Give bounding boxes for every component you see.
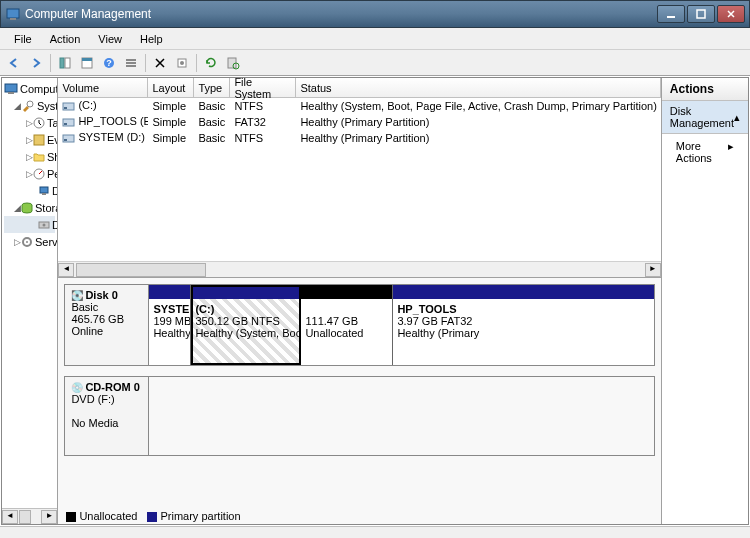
scroll-thumb[interactable] <box>76 263 206 277</box>
scroll-thumb[interactable] <box>19 510 31 524</box>
cdrom-icon: 💿 <box>71 382 83 393</box>
disk-icon <box>38 218 50 232</box>
legend-unallocated: Unallocated <box>66 510 137 522</box>
cdrom-0-info: 💿CD-ROM 0 DVD (F:) No Media <box>65 377 149 455</box>
storage-icon <box>21 201 33 215</box>
settings-icon[interactable] <box>172 53 192 73</box>
svg-rect-0 <box>7 9 19 18</box>
menu-action[interactable]: Action <box>42 31 89 47</box>
expand-icon[interactable]: ▷ <box>14 237 21 247</box>
svg-rect-17 <box>5 84 17 92</box>
disk-0-info: 💽Disk 0 Basic 465.76 GB Online <box>65 285 149 365</box>
volume-row[interactable]: (C:)SimpleBasicNTFSHealthy (System, Boot… <box>58 98 660 114</box>
navigation-tree[interactable]: Computer Management ◢ System Tools ▷ Tas… <box>2 78 57 508</box>
collapse-icon[interactable]: ◢ <box>14 101 21 111</box>
svg-rect-21 <box>34 135 44 145</box>
volume-list-header: Volume Layout Type File System Status <box>58 78 660 98</box>
refresh-icon[interactable] <box>201 53 221 73</box>
disk-0-partitions: SYSTEM199 MBHealthy (C:)350.12 GB NTFSHe… <box>149 285 653 365</box>
collapse-icon[interactable]: ◢ <box>14 203 21 213</box>
svg-rect-33 <box>64 123 67 125</box>
legend: Unallocated Primary partition <box>66 510 240 522</box>
svg-rect-18 <box>8 92 14 94</box>
svg-text:?: ? <box>106 58 112 68</box>
tools-icon <box>21 99 35 113</box>
column-status[interactable]: Status <box>296 78 660 97</box>
expand-icon[interactable]: ▷ <box>26 118 33 128</box>
maximize-button[interactable] <box>687 5 715 23</box>
tree-disk-management[interactable]: Disk Management <box>4 216 55 233</box>
view-list-button[interactable] <box>121 53 141 73</box>
tree-shared-folders[interactable]: ▷ Shared Folders <box>4 148 55 165</box>
tree-pane: Computer Management ◢ System Tools ▷ Tas… <box>2 78 58 524</box>
svg-rect-35 <box>64 139 67 141</box>
scroll-left-icon[interactable]: ◄ <box>58 263 74 277</box>
tree-storage[interactable]: ◢ Storage <box>4 199 55 216</box>
delete-icon[interactable] <box>150 53 170 73</box>
volume-icon <box>62 133 76 145</box>
svg-rect-2 <box>667 16 675 18</box>
tree-event-viewer[interactable]: ▷ Event Viewer <box>4 131 55 148</box>
tree-task-scheduler[interactable]: ▷ Task Scheduler <box>4 114 55 131</box>
disk-map: 💽Disk 0 Basic 465.76 GB Online SYSTEM199… <box>58 278 660 524</box>
submenu-icon: ▸ <box>728 140 734 164</box>
svg-rect-31 <box>64 107 67 109</box>
volume-horizontal-scrollbar[interactable]: ◄ ► <box>58 261 660 277</box>
expand-icon[interactable]: ▷ <box>26 152 33 162</box>
actions-section-disk-management[interactable]: Disk Management ▴ <box>662 101 748 134</box>
partition-system[interactable]: SYSTEM199 MBHealthy <box>149 285 191 365</box>
clock-icon <box>33 116 45 130</box>
column-layout[interactable]: Layout <box>148 78 194 97</box>
disk-0-row[interactable]: 💽Disk 0 Basic 465.76 GB Online SYSTEM199… <box>64 284 654 366</box>
center-pane: Volume Layout Type File System Status (C… <box>58 78 661 524</box>
menu-view[interactable]: View <box>90 31 130 47</box>
cdrom-0-row[interactable]: 💿CD-ROM 0 DVD (F:) No Media <box>64 376 654 456</box>
partition-hptools[interactable]: HP_TOOLS3.97 GB FAT32Healthy (Primary <box>393 285 653 365</box>
show-hide-tree-button[interactable] <box>55 53 75 73</box>
volume-row[interactable]: SYSTEM (D:)SimpleBasicNTFSHealthy (Prima… <box>58 130 660 146</box>
tree-services[interactable]: ▷ Services and Applications <box>4 233 55 250</box>
svg-rect-3 <box>697 10 705 18</box>
volume-rows[interactable]: (C:)SimpleBasicNTFSHealthy (System, Boot… <box>58 98 660 261</box>
partition-unallocated[interactable]: 111.47 GBUnallocated <box>301 285 393 365</box>
tree-horizontal-scrollbar[interactable]: ◄ ► <box>2 508 57 524</box>
volume-list: Volume Layout Type File System Status (C… <box>58 78 660 278</box>
collapse-section-icon[interactable]: ▴ <box>734 111 740 124</box>
disk-icon: 💽 <box>71 290 83 301</box>
event-icon <box>33 133 45 147</box>
column-filesystem[interactable]: File System <box>230 78 296 97</box>
tree-device-manager[interactable]: Device Manager <box>4 182 55 199</box>
tree-performance[interactable]: ▷ Performance <box>4 165 55 182</box>
help-button[interactable]: ? <box>99 53 119 73</box>
folder-icon <box>33 150 45 164</box>
column-volume[interactable]: Volume <box>58 78 148 97</box>
forward-button[interactable] <box>26 53 46 73</box>
volume-icon <box>62 117 76 129</box>
computer-icon <box>4 82 18 96</box>
close-button[interactable] <box>717 5 745 23</box>
app-icon <box>5 6 21 22</box>
volume-row[interactable]: HP_TOOLS (E:)SimpleBasicFAT32Healthy (Pr… <box>58 114 660 130</box>
menu-help[interactable]: Help <box>132 31 171 47</box>
partition-c[interactable]: (C:)350.12 GB NTFSHealthy (System, Boot <box>191 285 301 365</box>
menu-file[interactable]: File <box>6 31 40 47</box>
expand-icon[interactable]: ▷ <box>26 169 33 179</box>
tree-system-tools[interactable]: ◢ System Tools <box>4 97 55 114</box>
column-type[interactable]: Type <box>194 78 230 97</box>
scroll-left-icon[interactable]: ◄ <box>2 510 18 524</box>
scroll-right-icon[interactable]: ► <box>41 510 57 524</box>
minimize-button[interactable] <box>657 5 685 23</box>
titlebar[interactable]: Computer Management <box>0 0 750 28</box>
scroll-right-icon[interactable]: ► <box>645 263 661 277</box>
scan-icon[interactable] <box>223 53 243 73</box>
svg-rect-12 <box>126 65 136 67</box>
expand-icon[interactable]: ▷ <box>26 135 33 145</box>
tree-root[interactable]: Computer Management <box>4 80 55 97</box>
svg-rect-1 <box>10 18 16 20</box>
svg-rect-10 <box>126 59 136 61</box>
statusbar <box>0 526 750 538</box>
back-button[interactable] <box>4 53 24 73</box>
action-more-actions[interactable]: More Actions ▸ <box>662 134 748 170</box>
properties-button[interactable] <box>77 53 97 73</box>
svg-point-14 <box>180 61 184 65</box>
